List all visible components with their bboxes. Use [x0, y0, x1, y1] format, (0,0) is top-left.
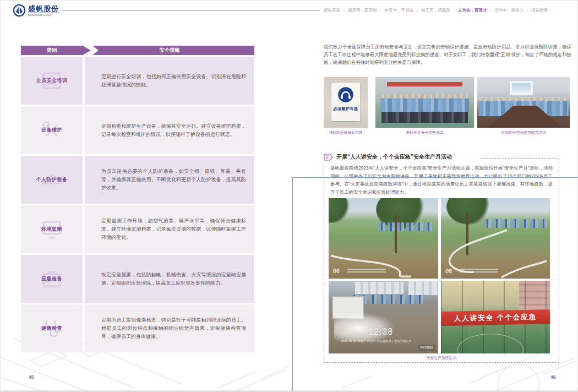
nav-separator: / [490, 8, 491, 13]
tree [329, 198, 351, 223]
nav-separator: / [380, 8, 381, 13]
nav-item-people-active[interactable]: 人为先，育英才 [458, 8, 487, 13]
nav-separator: / [454, 8, 455, 13]
nav-item-governance[interactable]: 规序明，固基础 [348, 8, 377, 13]
people-torsos [380, 99, 469, 112]
table-row: 设备维护 定期检查和维护生产设备，确保其安全运行。建立设备维护档案，记录每次检查… [21, 106, 254, 154]
banner-text: 人人讲安全 个个会应急 [454, 312, 537, 323]
measure-text: 定期为员工提供健康检查，特别是对于可能接触到职业病的员工。根据员工的岗位特点和接… [85, 304, 254, 352]
category-label: 设备维护 [41, 127, 62, 134]
category-label: 全员安全培训 [36, 77, 68, 84]
nav-item-responsibility[interactable]: 责为本，聚群力 [494, 8, 524, 13]
page-bottom-edge [0, 389, 578, 392]
category-cell: 个人防护装备 [21, 156, 83, 204]
nav-item-quality[interactable]: 精工艺，研品质 [421, 8, 450, 13]
photo-evacuation-drill: 12:38 2023-06-30 星期五 武汉市 武汉盛帆电子股份有限公司 水印… [329, 281, 438, 353]
employee-crowd [378, 222, 434, 231]
photo-timestamp: 12:38 [368, 327, 393, 337]
people-legs [381, 112, 468, 123]
photo-watermark: 06 [333, 268, 340, 274]
category-cell: 全员安全培训 [21, 57, 83, 105]
company-logo: 盛帆股份 SANFRAN CORP [13, 4, 59, 17]
cad-line-horizontal [292, 177, 578, 178]
nav-separator: / [527, 8, 528, 13]
nav-item-environment[interactable]: 护青空，守碧波 [385, 8, 414, 13]
photo-caption: 表彰年度安全优秀员工 [375, 130, 474, 135]
activity-title: 开展“人人讲安全，个个会应急”安全生产月活动 [336, 153, 452, 161]
activity-header: 开展“人人讲安全，个个会应急”安全生产月活动 [324, 152, 480, 162]
measure-text: 定期监测工作环境，如空气质量、噪声水平等，确保符合健康标准。建立环境监测档案，记… [85, 205, 254, 253]
nav-item-opening[interactable]: 报告开篇 [324, 8, 340, 13]
category-label: 环境监测 [41, 226, 62, 233]
photo-timestamp-detail: 2023-06-30 星期五 武汉市 武汉盛帆电子股份有限公司 [341, 339, 412, 342]
ear-protection-icon [337, 86, 354, 103]
measure-text: 定期进行安全培训，包括如何正确使用安全设备、识别潜在危险和处理紧急情况的技能。 [85, 57, 254, 105]
table-row: 个人防护装备 为员工提供必要的个人防护装备，如安全帽、眼镜、耳塞、手套等，并确保… [21, 156, 254, 204]
company-name: 盛帆股份 [28, 5, 59, 13]
page-number-right: 46 [550, 374, 555, 380]
logo-sail-icon [13, 4, 25, 17]
people-heads [381, 94, 468, 98]
ear-protection-sign: 必须戴护耳器 [331, 83, 360, 121]
watermark-text-blur [460, 268, 498, 273]
category-cell: 环境监测 [21, 205, 83, 253]
report-spread: 盛帆股份 SANFRAN CORP 报告开篇 / 规序明，固基础 / 护青空，守… [0, 0, 578, 392]
cad-line-vertical [292, 177, 293, 392]
table-row: 应急准备 制定应急预案，包括防触电、机械伤害、火灾等情况的应急响应措施。定期组织… [21, 255, 254, 303]
sign-text: 必须戴护耳器 [334, 106, 358, 112]
photo-health-sign: 必须戴护耳器 [324, 77, 368, 128]
measure-text: 制定应急预案，包括防触电、机械伤害、火灾等情况的应急响应措施。定期组织应急演练，… [85, 255, 254, 303]
intro-paragraph: 我们致力于全面保障员工的劳动安全与卫生，设立完善的劳动保护措施、发放劳动防护用品… [324, 43, 571, 66]
factory-banner [387, 82, 462, 86]
safety-measures-table: 类别 安全措施 全员安全培训 定期进行安全培训，包括如何正确使用安全设备、识别潜… [21, 46, 254, 354]
col-header-category: 类别 [21, 46, 91, 55]
photo-watermark: 06 [445, 268, 452, 274]
drill-grid-caption: 安全生产演练活动 [324, 355, 559, 361]
page-number-left: 45 [29, 374, 34, 380]
top-nav: 报告开篇 / 规序明，固基础 / 护青空，守碧波 / 精工艺，研品质 / 人为先… [324, 8, 572, 13]
photo-drill-outdoor-1: 06 [329, 198, 438, 279]
safety-month-banner: 人人讲安全 个个会应急 [441, 309, 550, 326]
header-divider [62, 10, 319, 11]
category-cell: 应急准备 [21, 255, 83, 303]
category-label: 个人防护装备 [36, 176, 68, 183]
measure-text: 定期检查和维护生产设备，确保其安全运行。建立设备维护档案，记录每次检查和维护的情… [85, 106, 254, 154]
employee-crowd [484, 219, 547, 228]
measure-text: 为员工提供必要的个人防护装备，如安全帽、眼镜、耳塞、手套等，并确保其正确使用。不… [85, 156, 254, 204]
table-row: 环境监测 定期监测工作环境，如空气质量、噪声水平等，确保符合健康标准。建立环境监… [21, 205, 254, 253]
company-subtitle: SANFRAN CORP [28, 13, 59, 17]
photo-ppe-training [477, 77, 570, 128]
nav-trailing-dot: · [551, 8, 553, 13]
building [355, 282, 403, 294]
category-label: 应急准备 [41, 275, 62, 282]
activity-body: 盛帆股份围绕2023年“人人讲安全，个个会应急”安全生产月活动主题，积极组织开展… [330, 164, 553, 196]
col-header-measures: 安全措施 [85, 46, 254, 55]
category-cell: 健康检查 [21, 304, 83, 352]
presentation-screen [509, 80, 533, 95]
photo-award-group [375, 77, 474, 128]
table-header-row: 类别 安全措施 [21, 46, 254, 55]
table-row: 全员安全培训 定期进行安全培训，包括如何正确使用安全设备、识别潜在危险和处理紧急… [21, 57, 254, 105]
table-row: 健康检查 定期为员工提供健康检查，特别是对于可能接触到职业病的员工。根据员工的岗… [21, 304, 254, 352]
fire-hose [329, 246, 438, 279]
category-label: 健康检查 [41, 325, 62, 332]
nav-separator: / [343, 8, 345, 13]
photo-caption: 组织防护用品使用规范培训 [477, 130, 570, 135]
photo-caption: 张贴职业健康标示牌 [324, 130, 368, 135]
building [408, 281, 438, 295]
nav-item-appendix[interactable]: 报告附录 [531, 8, 548, 13]
watermark-camera-badge: 水印相机 [418, 345, 435, 351]
watermark-text-blur [347, 268, 386, 273]
nav-separator: / [417, 8, 418, 13]
category-cell: 设备维护 [21, 106, 83, 154]
photo-drill-outdoor-2: 06 [441, 198, 550, 279]
list-flag-icon [324, 154, 333, 161]
photo-banner-court: 人人讲安全 个个会应急 [441, 281, 550, 353]
